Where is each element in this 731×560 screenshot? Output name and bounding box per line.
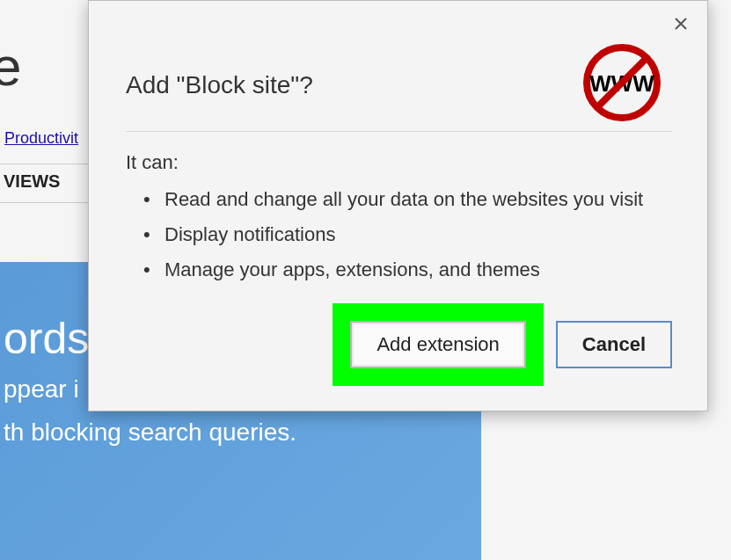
store-title-fragment: e [0, 35, 21, 98]
install-extension-dialog: WWW Add "Block site"? It can: Read and c… [88, 0, 708, 411]
permission-item: Manage your apps, extensions, and themes [143, 258, 672, 281]
cancel-button[interactable]: Cancel [556, 321, 672, 368]
highlight-annotation: Add extension [333, 303, 543, 386]
permissions-list: Read and change all your data on the web… [126, 188, 672, 281]
category-link-productivity[interactable]: Productivit [4, 129, 78, 148]
dialog-button-row: Add extension Cancel [333, 303, 672, 386]
tab-views[interactable]: VIEWS [4, 171, 60, 200]
extension-icon: WWW [582, 43, 662, 122]
add-extension-button[interactable]: Add extension [350, 321, 525, 368]
permission-item: Display notifications [143, 223, 672, 246]
close-icon[interactable] [669, 11, 693, 36]
promo-text-line2: th blocking search queries. [4, 415, 481, 449]
permissions-heading: It can: [126, 151, 672, 174]
permission-item: Read and change all your data on the web… [143, 188, 672, 211]
dialog-divider [126, 131, 672, 132]
